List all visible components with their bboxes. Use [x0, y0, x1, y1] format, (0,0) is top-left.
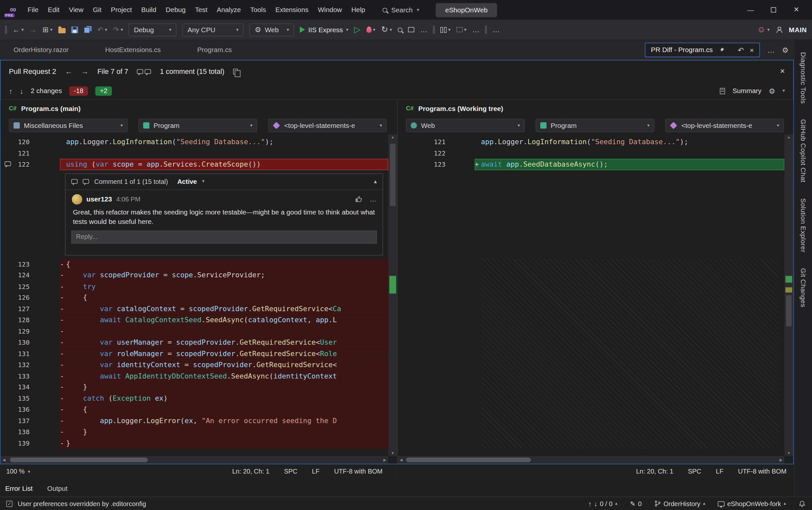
chevron-down-icon[interactable]: ▾ — [782, 88, 785, 93]
scroll-left-icon[interactable]: ◀ — [3, 458, 5, 462]
next-change-button[interactable]: ↓ — [20, 87, 23, 94]
menu-build[interactable]: Build — [137, 3, 161, 17]
redo-button[interactable]: ↷ ▾ — [113, 26, 123, 33]
summary-button[interactable]: Summary — [733, 87, 761, 95]
menu-tools[interactable]: Tools — [245, 3, 270, 17]
menu-debug[interactable]: Debug — [161, 3, 191, 17]
comment-more-options-button[interactable]: … — [370, 195, 377, 203]
pin-icon[interactable] — [719, 47, 725, 53]
menu-window[interactable]: Window — [313, 3, 347, 17]
panel-tab-error-list[interactable]: Error List — [5, 484, 33, 492]
menu-view[interactable]: View — [64, 3, 88, 17]
scroll-down-icon[interactable]: ▼ — [388, 451, 397, 455]
comment-bubble-icon[interactable] — [5, 162, 11, 166]
start-debugging-button[interactable]: IIS Express ▾ — [300, 26, 349, 33]
code-line-129[interactable]: 129- — [1, 325, 388, 337]
scroll-right-icon[interactable]: ▶ — [383, 458, 386, 462]
scroll-down-icon[interactable]: ▼ — [784, 451, 793, 455]
navigate-back-button[interactable]: ← ▾ — [12, 26, 23, 33]
menu-git[interactable]: Git — [88, 3, 106, 17]
extension-button[interactable]: ▾ — [456, 27, 466, 32]
line-ending[interactable]: LF — [716, 468, 723, 475]
solution-configuration-dropdown[interactable]: Debug ▾ — [129, 23, 177, 36]
start-without-debugging-button[interactable]: ▷ — [354, 25, 360, 34]
reply-input[interactable] — [71, 230, 377, 244]
menu-analyze[interactable]: Analyze — [212, 3, 246, 17]
account-button[interactable] — [775, 26, 783, 33]
left-horizontal-scrollbar[interactable]: ◀ ▶ — [1, 456, 388, 464]
copy-icon[interactable] — [233, 68, 238, 74]
code-line-128[interactable]: 128- await CatalogContextSeed.SeedAsync(… — [1, 314, 388, 325]
right-project-dropdown[interactable]: Web ▾ — [406, 119, 525, 133]
solution-button[interactable]: eShopOnWeb — [436, 3, 497, 17]
toolbar-overflow-button[interactable]: … — [420, 26, 427, 33]
close-tab-icon[interactable]: × — [750, 46, 754, 54]
collapse-thread-icon[interactable]: ▴ — [374, 178, 377, 185]
startup-profile-dropdown[interactable]: ⚙ Web ▾ — [250, 23, 294, 36]
undo-button[interactable]: ↶ ▾ — [97, 26, 107, 33]
code-line-123[interactable]: 123-{ — [1, 258, 388, 270]
code-line-127[interactable]: 127- var catalogContext = scopedProvider… — [1, 303, 388, 314]
tab-overflow-button[interactable]: … — [767, 46, 775, 53]
right-type-dropdown[interactable]: Program ▾ — [536, 119, 655, 133]
code-line-126[interactable]: 126- { — [1, 292, 388, 303]
chevron-down-icon[interactable]: ▾ — [28, 469, 30, 474]
tab-settings-gear-icon[interactable]: ⚙ — [782, 46, 789, 53]
menu-file[interactable]: File — [23, 3, 43, 17]
solution-platform-dropdown[interactable]: Any CPU ▾ — [182, 23, 244, 36]
right-horizontal-scrollbar[interactable]: ◀ ▶ — [398, 456, 784, 464]
maximize-button[interactable] — [762, 1, 785, 19]
scrollbar-thumb[interactable] — [390, 144, 396, 206]
new-project-button[interactable]: ⊞ ▾ — [42, 26, 52, 33]
code-line-134[interactable]: 134- } — [1, 381, 388, 393]
code-line-131[interactable]: 131- var roleManager = scopedProvider.Ge… — [1, 348, 388, 359]
hot-reload-button[interactable]: ▾ — [366, 27, 375, 33]
toolbar-drag-handle[interactable] — [485, 25, 487, 34]
line-ending[interactable]: LF — [312, 468, 320, 475]
code-line-124[interactable]: 124- var scopedProvider = scope.ServiceP… — [1, 270, 388, 281]
menu-project[interactable]: Project — [106, 3, 137, 17]
code-line-137[interactable]: 137- app.Logger.LogError(ex, "An error o… — [1, 415, 388, 426]
like-button[interactable] — [355, 196, 362, 203]
code-line-122[interactable]: 122using (var scope = app.Services.Creat… — [1, 159, 388, 170]
code-line-125[interactable]: 125- try — [1, 281, 388, 292]
scroll-up-icon[interactable]: ▲ — [388, 135, 397, 139]
scrollbar-thumb[interactable] — [10, 458, 148, 462]
navigate-forward-button[interactable]: → — [29, 26, 36, 33]
code-line-138[interactable]: 138- } — [1, 426, 388, 437]
tab-orderhistory-razor[interactable]: OrderHistory.razor — [5, 46, 77, 54]
comments-nav[interactable] — [137, 69, 151, 74]
indent-mode[interactable]: SPC — [284, 468, 297, 475]
window-layout-button[interactable] — [408, 27, 414, 32]
code-line-121[interactable]: 121 — [1, 147, 388, 159]
current-repository-button[interactable]: eShopOnWeb-fork ▴ — [718, 500, 786, 507]
previous-file-button[interactable]: ← — [65, 68, 72, 75]
toolbar-drag-handle[interactable] — [433, 25, 435, 34]
caret-position[interactable]: Ln: 20, Ch: 1 — [636, 468, 673, 475]
find-in-files-button[interactable] — [398, 27, 402, 32]
previous-change-button[interactable]: ↑ — [9, 87, 12, 94]
code-line-121[interactable]: 121app.Logger.LogInformation("Seeding Da… — [398, 136, 784, 147]
pending-edits-button[interactable]: ✎ 0 — [630, 500, 642, 507]
code-line-123[interactable]: 123+await app.SeedDatabaseAsync(); — [398, 159, 784, 170]
scroll-right-icon[interactable]: ▶ — [779, 458, 782, 462]
send-feedback-button[interactable]: ☺ ▾ — [757, 25, 770, 34]
right-vertical-scrollbar[interactable]: ▲ ▼ — [784, 135, 793, 456]
code-line-139[interactable]: 139-} — [1, 437, 388, 449]
search-box[interactable]: Search ▾ — [382, 6, 419, 14]
save-button[interactable] — [71, 26, 78, 33]
menu-test[interactable]: Test — [191, 3, 212, 17]
toolbar-overflow-button-2[interactable]: … — [472, 26, 480, 33]
menu-help[interactable]: Help — [347, 3, 370, 17]
swap-diff-icon[interactable]: ↶ — [738, 46, 744, 53]
close-pr-diff-button[interactable]: × — [780, 67, 785, 76]
code-line-136[interactable]: 136- { — [1, 404, 388, 415]
encoding[interactable]: UTF-8 with BOM — [738, 468, 787, 475]
scroll-left-icon[interactable]: ◀ — [400, 458, 403, 462]
zoom-selector[interactable]: 100 % — [6, 468, 25, 475]
compare-files-button[interactable]: ▾ — [440, 27, 451, 32]
code-line-130[interactable]: 130- var userManager = scopedProvider.Ge… — [1, 337, 388, 348]
tab-program-cs[interactable]: Program.cs — [189, 46, 240, 54]
left-vertical-scrollbar[interactable]: ▲ ▼ — [388, 135, 397, 456]
left-project-dropdown[interactable]: Miscellaneous Files ▾ — [9, 119, 127, 133]
